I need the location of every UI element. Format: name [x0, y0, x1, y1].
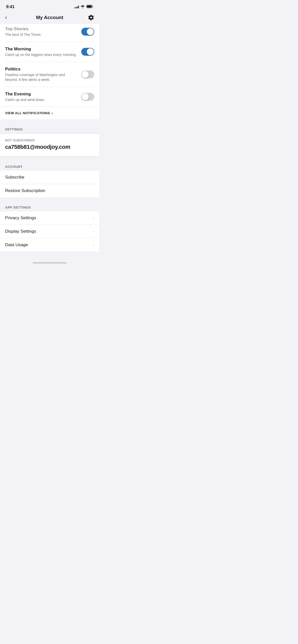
toggle-politics[interactable]	[81, 70, 94, 78]
notification-title-the-evening: The Evening	[5, 92, 77, 97]
bottom-spacer	[0, 252, 99, 260]
notification-title-top-stories: Top Stories	[5, 26, 77, 32]
menu-item-display-settings[interactable]: Display Settings ›	[0, 225, 99, 238]
back-button[interactable]: ‹	[5, 14, 14, 21]
notification-title-politics: Politics	[5, 67, 77, 72]
notification-item-politics: Politics Fearless coverage of Washington…	[5, 62, 94, 87]
status-bar: 9:41	[0, 0, 99, 12]
account-section-label: ACCOUNT	[5, 165, 94, 169]
svg-rect-2	[87, 5, 92, 8]
user-email: ca758b81@moodjoy.com	[5, 144, 94, 150]
home-indicator	[0, 260, 99, 265]
view-all-chevron-icon: ›	[51, 111, 53, 115]
settings-section-label: SETTINGS	[5, 127, 94, 131]
svg-point-0	[82, 8, 83, 8]
toggle-thumb-the-morning	[87, 48, 94, 55]
notification-text-the-morning: The Morning Catch up on the biggest news…	[5, 47, 81, 57]
display-settings-chevron-icon: ›	[93, 229, 94, 234]
battery-icon	[86, 5, 93, 9]
settings-divider	[0, 119, 99, 127]
notification-desc-top-stories: The best of The Times.	[5, 32, 77, 37]
content: Top Stories The best of The Times. The M…	[0, 24, 99, 265]
toggle-thumb-the-evening	[82, 93, 89, 100]
toggle-the-morning[interactable]	[81, 48, 94, 56]
settings-section-label-wrapper: SETTINGS	[0, 127, 99, 133]
toggle-thumb-top-stories	[87, 28, 94, 35]
svg-rect-3	[92, 6, 93, 7]
notification-text-the-evening: The Evening Catch up and wind down.	[5, 92, 81, 102]
restore-subscription-label: Restore Subscription	[5, 188, 45, 193]
status-icons	[74, 5, 93, 9]
privacy-settings-label: Privacy Settings	[5, 215, 36, 221]
toggle-top-stories[interactable]	[81, 28, 94, 36]
status-time: 9:41	[6, 4, 15, 9]
menu-item-data-usage[interactable]: Data Usage ›	[0, 238, 99, 252]
app-settings-menu-list: Privacy Settings › Display Settings › Da…	[0, 211, 99, 252]
toggle-thumb-politics	[82, 71, 89, 78]
notification-text-top-stories: Top Stories The best of The Times.	[5, 26, 81, 37]
display-settings-label: Display Settings	[5, 229, 36, 234]
app-settings-divider	[0, 197, 99, 206]
notification-item-the-evening: The Evening Catch up and wind down.	[5, 87, 94, 107]
home-bar	[33, 262, 67, 264]
notification-title-the-morning: The Morning	[5, 47, 77, 52]
menu-item-restore-subscription[interactable]: Restore Subscription	[0, 184, 99, 197]
gear-icon	[88, 14, 94, 21]
notification-item-top-stories: Top Stories The best of The Times.	[5, 24, 94, 42]
notification-section: Top Stories The best of The Times. The M…	[0, 24, 99, 107]
page-title: My Account	[36, 15, 63, 20]
data-usage-chevron-icon: ›	[93, 242, 94, 247]
notification-desc-politics: Fearless coverage of Washington and beyo…	[5, 72, 77, 82]
app-settings-section-label: APP SETTINGS	[5, 206, 94, 209]
menu-item-privacy-settings[interactable]: Privacy Settings ›	[0, 211, 99, 225]
settings-block: NOT SUBSCRIBED ca758b81@moodjoy.com	[0, 133, 99, 157]
not-subscribed-label: NOT SUBSCRIBED	[5, 139, 94, 142]
view-all-notifications-row[interactable]: VIEW ALL NOTIFICATIONS ›	[0, 107, 99, 119]
privacy-settings-chevron-icon: ›	[93, 215, 94, 221]
menu-item-subscribe[interactable]: Subscribe	[0, 171, 99, 184]
notification-item-the-morning: The Morning Catch up on the biggest news…	[5, 42, 94, 62]
account-menu-list: Subscribe Restore Subscription	[0, 171, 99, 197]
notification-desc-the-evening: Catch up and wind down.	[5, 97, 77, 102]
wifi-icon	[80, 5, 85, 9]
account-section-label-wrapper: ACCOUNT	[0, 165, 99, 171]
notification-text-politics: Politics Fearless coverage of Washington…	[5, 67, 81, 82]
nav-header: ‹ My Account	[0, 12, 99, 24]
data-usage-label: Data Usage	[5, 242, 28, 247]
signal-icon	[74, 5, 79, 8]
app-settings-section-label-wrapper: APP SETTINGS	[0, 206, 99, 211]
subscribe-label: Subscribe	[5, 175, 24, 180]
gear-button[interactable]	[85, 14, 94, 21]
notification-desc-the-morning: Catch up on the biggest news every morni…	[5, 52, 77, 57]
account-divider	[0, 157, 99, 165]
toggle-the-evening[interactable]	[81, 93, 94, 101]
view-all-notifications-label: VIEW ALL NOTIFICATIONS	[5, 111, 50, 115]
